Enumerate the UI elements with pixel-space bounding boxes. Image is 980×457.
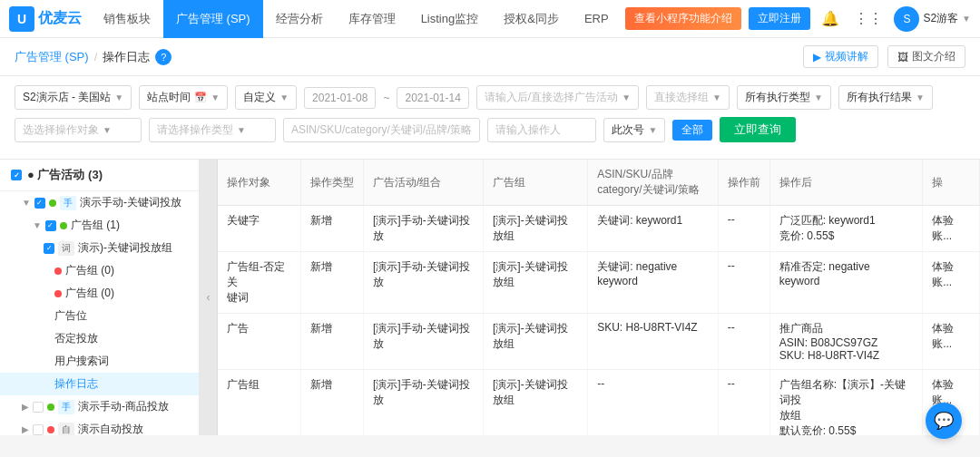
cell-extra-1[interactable]: 体验账...	[923, 206, 980, 252]
operation-type-select[interactable]: 请选择操作类型 ▼	[149, 118, 276, 142]
site-time-arrow: ▼	[211, 92, 220, 102]
logo-text: 优麦云	[38, 9, 82, 28]
col-header-asin: ASIN/SKU/品牌 category/关键词/策略	[588, 160, 718, 206]
help-icon[interactable]: ?	[155, 49, 172, 65]
tag-manual: 手	[60, 196, 76, 210]
operator-input[interactable]: 请输入操作人	[487, 118, 596, 142]
operation-obj-select[interactable]: 选选择操作对象 ▼	[15, 118, 142, 142]
sidebar-item-adgroup-2[interactable]: 广告组 (0)	[0, 259, 199, 282]
ad-group-select[interactable]: 直接选择组 ▼	[646, 85, 730, 110]
date-type-arrow: ▼	[279, 92, 289, 102]
operation-type-placeholder: 请选择操作类型	[157, 122, 233, 138]
register-button[interactable]: 立即注册	[749, 7, 810, 30]
sidebar: ✓ ● 广告活动 (3) ▼ ✓ 手 演示手动-关键词投放 ▼ ✓ 广告组 (1…	[0, 160, 200, 435]
sidebar-deny-label: 否定投放	[54, 331, 98, 346]
item-checkbox-3[interactable]: ✓	[44, 243, 54, 254]
cell-extra-2[interactable]: 体验账...	[923, 252, 980, 314]
ad-activity-select[interactable]: 请输入后/直接选择广告活动 ▼	[476, 85, 639, 110]
date-to-input[interactable]: 2021-01-14	[397, 87, 468, 109]
nav-inventory[interactable]: 库存管理	[336, 0, 408, 38]
sidebar-item-adgroup-1[interactable]: ▼ ✓ 广告组 (1)	[0, 214, 199, 237]
item-checkbox-2[interactable]: ✓	[45, 220, 56, 231]
operation-obj-arrow: ▼	[103, 125, 112, 135]
filter-all-label[interactable]: 全部	[672, 120, 712, 141]
cell-extra-3[interactable]: 体验账...	[923, 314, 980, 370]
data-table: 操作对象 操作类型 广告活动/组合 广告组 ASIN/SKU/品牌 catego…	[218, 160, 980, 435]
image-icon: 🖼	[897, 51, 908, 63]
status-dot-5	[47, 404, 54, 411]
exec-type-select[interactable]: 所有执行类型 ▼	[737, 85, 831, 110]
sidebar-item-keyword-group[interactable]: ✓ 词 演示)-关键词投放组	[0, 237, 199, 259]
collapse-icon: ‹	[207, 291, 211, 304]
table-container[interactable]: 操作对象 操作类型 广告活动/组合 广告组 ASIN/SKU/品牌 catego…	[218, 160, 980, 435]
user-dropdown-icon: ▼	[962, 14, 971, 24]
tag-manual-2: 手	[58, 400, 74, 414]
breadcrumb-parent[interactable]: 广告管理 (SP)	[15, 49, 89, 65]
query-button[interactable]: 立即查询	[720, 117, 796, 142]
video-button[interactable]: ▶ 视频讲解	[803, 45, 878, 68]
avatar: S	[894, 6, 919, 32]
store-select[interactable]: S2演示店 - 美国站 ▼	[15, 85, 132, 110]
cell-obj-4: 广告组	[218, 370, 301, 436]
status-dot-6	[47, 426, 54, 433]
grid-icon[interactable]: ⋮⋮	[854, 10, 883, 27]
expand-icon-4: ▶	[22, 424, 29, 434]
collapse-button[interactable]: ‹	[200, 160, 218, 435]
cell-asin-2: 关键词: negative keyword	[588, 252, 718, 314]
user-info[interactable]: S S2游客 ▼	[894, 6, 971, 32]
cell-campaign-4: [演示]手动-关键词投放	[364, 370, 484, 436]
site-time-select[interactable]: 站点时间 📅 ▼	[139, 85, 228, 110]
cell-type-2: 新增	[301, 252, 364, 314]
date-type-select[interactable]: 自定义 ▼	[235, 85, 297, 110]
table-row: 关键字 新增 [演示]手动-关键词投放 [演示]-关键词投放组 关键词: key…	[218, 206, 980, 252]
notification-icon[interactable]: 🔔	[821, 10, 839, 27]
nav-ad-management[interactable]: 广告管理 (SP)	[163, 0, 263, 38]
store-select-label: S2演示店 - 美国站	[23, 90, 111, 105]
item-checkbox-5[interactable]	[33, 424, 44, 435]
filter-area: S2演示店 - 美国站 ▼ 站点时间 📅 ▼ 自定义 ▼ 2021-01-08 …	[0, 76, 980, 160]
sidebar-item-operation-log[interactable]: 操作日志	[0, 373, 199, 395]
sidebar-item-manual-product[interactable]: ▶ 手 演示手动-商品投放	[0, 395, 199, 418]
img-intro-label: 图文介绍	[912, 49, 956, 64]
cell-before-4: --	[718, 370, 769, 436]
nav-sales[interactable]: 销售板块	[91, 0, 163, 38]
sidebar-adgroup-label: 广告组 (1)	[71, 218, 120, 233]
exec-result-select[interactable]: 所有执行结果 ▼	[838, 85, 933, 110]
sidebar-item-search-terms[interactable]: 用户搜索词	[0, 350, 199, 373]
nav-analysis[interactable]: 经营分析	[263, 0, 336, 38]
cell-before-3: --	[718, 314, 769, 370]
nav-auth[interactable]: 授权&同步	[491, 0, 572, 38]
item-checkbox[interactable]: ✓	[34, 198, 45, 209]
breadcrumb: 广告管理 (SP) / 操作日志 ?	[15, 49, 172, 65]
col-header-group: 广告组	[484, 160, 588, 206]
tag-word: 词	[58, 241, 74, 256]
cell-obj-3: 广告	[218, 314, 301, 370]
exec-result-label: 所有执行结果	[847, 90, 912, 105]
batch-num-label: 此次号	[612, 122, 644, 138]
breadcrumb-actions: ▶ 视频讲解 🖼 图文介绍	[803, 45, 965, 68]
expand-icon: ▼	[22, 198, 31, 208]
sidebar-item-auto[interactable]: ▶ 自 演示自动投放	[0, 418, 199, 435]
logo[interactable]: U 优麦云	[9, 6, 82, 32]
nav-erp[interactable]: ERP	[572, 0, 622, 38]
ad-group-placeholder: 直接选择组	[654, 90, 709, 105]
sidebar-item-deny[interactable]: 否定投放	[0, 327, 199, 350]
batch-num-select[interactable]: 此次号 ▼	[603, 118, 665, 142]
sidebar-item-position[interactable]: 广告位	[0, 305, 199, 327]
sidebar-select-all-checkbox[interactable]: ✓	[11, 170, 22, 180]
nav-listing[interactable]: Listing监控	[408, 0, 492, 38]
cell-after-4: 广告组名称:【演示】-关键词投 放组 默认竞价: 0.55$ 广告组状态: 启动…	[769, 370, 923, 436]
promo-button[interactable]: 查看小程序功能介绍	[625, 7, 741, 30]
nav-menu: 销售板块 广告管理 (SP) 经营分析 库存管理 Listing监控 授权&同步…	[91, 0, 625, 38]
asin-input[interactable]: ASIN/SKU/category/关键词/品牌/策略	[283, 118, 480, 142]
breadcrumb-separator: /	[94, 50, 98, 63]
asin-placeholder: ASIN/SKU/category/关键词/品牌/策略	[291, 123, 472, 136]
item-checkbox-4[interactable]	[33, 402, 44, 413]
sidebar-item-manual-keyword[interactable]: ▼ ✓ 手 演示手动-关键词投放	[0, 191, 199, 214]
cell-obj-1: 关键字	[218, 206, 301, 252]
date-from-input[interactable]: 2021-01-08	[304, 87, 376, 109]
chat-bubble[interactable]: 💬	[926, 403, 962, 435]
cell-campaign-2: [演示]手动-关键词投放	[364, 252, 484, 314]
img-intro-button[interactable]: 🖼 图文介绍	[887, 45, 965, 68]
sidebar-item-adgroup-3[interactable]: 广告组 (0)	[0, 282, 199, 305]
